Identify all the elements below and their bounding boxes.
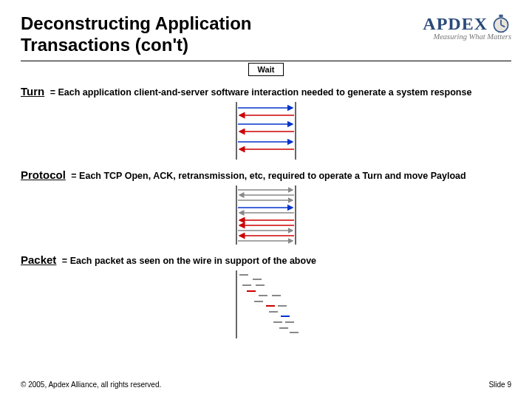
section-packet: Packet = Each packet as seen on the wire… bbox=[21, 253, 511, 338]
wait-label: Wait bbox=[248, 63, 284, 76]
svg-rect-1 bbox=[499, 15, 502, 18]
section-protocol: Protocol = Each TCP Open, ACK, retransmi… bbox=[21, 168, 511, 245]
page-title: Deconstructing Application Transactions … bbox=[21, 13, 364, 56]
wait-wrap: Wait bbox=[21, 63, 511, 76]
header: Deconstructing Application Transactions … bbox=[21, 13, 511, 56]
protocol-term: Protocol bbox=[21, 168, 66, 181]
turn-def: = Each application client-and-server sof… bbox=[50, 87, 472, 98]
turn-term: Turn bbox=[21, 85, 44, 98]
packet-line: Packet = Each packet as seen on the wire… bbox=[21, 253, 511, 266]
apdex-logo: APDEX Measuring What Matters bbox=[364, 13, 511, 41]
divider bbox=[21, 61, 511, 61]
turn-diagram bbox=[222, 102, 310, 160]
protocol-def: = Each TCP Open, ACK, retransmission, et… bbox=[71, 171, 466, 181]
slide-number: Slide 9 bbox=[488, 381, 511, 389]
packet-def: = Each packet as seen on the wire in sup… bbox=[62, 256, 316, 266]
packet-diagram bbox=[214, 270, 318, 338]
stopwatch-icon bbox=[491, 13, 511, 34]
protocol-line: Protocol = Each TCP Open, ACK, retransmi… bbox=[21, 168, 511, 181]
packet-term: Packet bbox=[21, 253, 56, 266]
copyright: © 2005, Apdex Alliance, all rights reser… bbox=[21, 381, 161, 389]
logo-tagline: Measuring What Matters bbox=[364, 33, 511, 41]
protocol-diagram bbox=[222, 185, 310, 245]
slide: Deconstructing Application Transactions … bbox=[0, 0, 532, 399]
logo-text: APDEX bbox=[423, 14, 488, 34]
footer: © 2005, Apdex Alliance, all rights reser… bbox=[21, 381, 511, 389]
turn-line: Turn = Each application client-and-serve… bbox=[21, 85, 511, 98]
section-turn: Turn = Each application client-and-serve… bbox=[21, 85, 511, 160]
